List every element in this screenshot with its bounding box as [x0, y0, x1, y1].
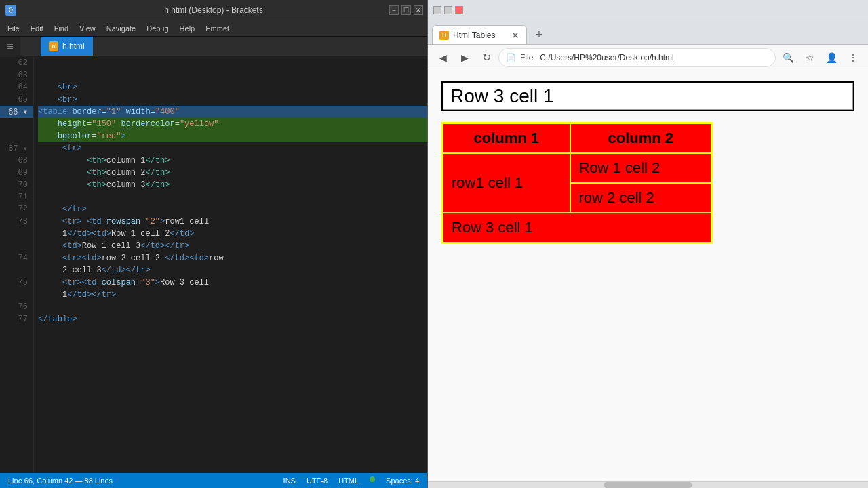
zoom-button[interactable]: 🔍: [778, 48, 797, 67]
status-position: Line 66, Column 42 — 88 Lines: [8, 476, 113, 485]
code-line-68: <th>column 1</th>: [38, 155, 427, 167]
file-label: File: [520, 53, 533, 62]
status-encoding: UTF-8: [307, 476, 328, 485]
line-num-63: 63: [0, 69, 33, 81]
code-line-73c: <td>Row 1 cell 3</td></tr>: [38, 240, 427, 252]
browser-minimize[interactable]: [433, 6, 441, 14]
tab-label: h.html: [62, 41, 85, 51]
line-num-74b: [0, 264, 33, 277]
table-cell-row1-col2: Row 1 cell 2: [570, 153, 712, 183]
close-button[interactable]: ✕: [414, 5, 423, 15]
prev-row3-cell: Row 3 cell 1: [443, 83, 853, 110]
browser-nav-actions: 🔍 ☆ 👤 ⋮: [778, 48, 863, 67]
editor-window-controls[interactable]: – ☐ ✕: [389, 5, 423, 15]
code-line-70: <th>column 3</th>: [38, 179, 427, 191]
tab-file-icon: h: [49, 41, 58, 51]
menu-help[interactable]: Help: [175, 23, 200, 34]
table-cell-row2-col2: row 2 cell 2: [570, 183, 712, 213]
line-num-75b: [0, 289, 33, 301]
line-num-73c: [0, 240, 33, 252]
browser-menu-button[interactable]: ⋮: [844, 48, 863, 67]
table-header-col1: column 1: [443, 123, 570, 154]
code-line-73: <tr> <td rowspan="2">row1 cell: [38, 216, 427, 228]
sidebar-toggle[interactable]: ≡: [0, 37, 20, 57]
browser-scrollbar[interactable]: [428, 481, 868, 488]
brackets-logo: 〈〉: [5, 5, 16, 16]
table-row-1: row1 cell 1 Row 1 cell 2: [443, 153, 712, 183]
code-line-66: <table border="1" width="400": [38, 106, 427, 118]
menu-edit[interactable]: Edit: [26, 23, 48, 34]
table-cell-row1-col1: row1 cell 1: [443, 153, 570, 213]
browser-tab-close[interactable]: ✕: [511, 30, 519, 41]
code-line-77: </table>: [38, 313, 427, 325]
menu-find[interactable]: Find: [50, 23, 73, 34]
line-num-69: 69: [0, 167, 33, 179]
status-indicator: [370, 476, 375, 482]
reload-button[interactable]: ↻: [477, 48, 496, 67]
line-num-77: 77: [0, 313, 33, 325]
menu-file[interactable]: File: [3, 23, 24, 34]
menu-view[interactable]: View: [75, 23, 100, 34]
code-line-76: [38, 301, 427, 313]
browser-tab-htmltables[interactable]: H Html Tables ✕: [432, 25, 527, 44]
scrollbar-thumb[interactable]: [604, 482, 692, 488]
minimize-button[interactable]: –: [389, 5, 399, 15]
maximize-button[interactable]: ☐: [401, 5, 411, 15]
address-bar[interactable]: 📄 File C:/Users/HP%20user/Desktop/h.html: [498, 48, 776, 67]
code-line-74b: 2 cell 3</td></tr>: [38, 264, 427, 277]
prev-row3-text: Row 3 cell 1: [450, 85, 554, 107]
status-mode: HTML: [338, 476, 359, 485]
menu-emmet[interactable]: Emmet: [201, 23, 234, 34]
code-line-63: [38, 69, 427, 81]
new-tab-button[interactable]: +: [530, 25, 549, 44]
editor-code-area[interactable]: 62 63 64 65 66 ▾ 67 ▾ 68 69 70 71 72 73 …: [0, 57, 427, 473]
editor-menubar: File Edit Find View Navigate Debug Help …: [0, 20, 427, 37]
editor-statusbar: Line 66, Column 42 — 88 Lines INS UTF-8 …: [0, 473, 427, 488]
table-cell-row3: Row 3 cell 1: [443, 213, 712, 243]
line-num-75: 75: [0, 277, 33, 289]
code-line-67: <tr>: [38, 142, 427, 155]
editor-panel: 〈〉 h.html (Desktop) - Brackets – ☐ ✕ Fil…: [0, 0, 427, 488]
browser-panel: H Html Tables ✕ + ◀ ▶ ↻ 📄 File C:/Users/…: [427, 0, 868, 488]
line-num-66b: [0, 118, 33, 130]
code-line-71: [38, 191, 427, 203]
line-num-72: 72: [0, 203, 33, 216]
profile-button[interactable]: 👤: [822, 48, 841, 67]
menu-navigate[interactable]: Navigate: [102, 23, 140, 34]
status-ins: INS: [283, 476, 296, 485]
line-num-71: 71: [0, 191, 33, 203]
line-num-76: 76: [0, 301, 33, 313]
address-text: C:/Users/HP%20user/Desktop/h.html: [540, 53, 768, 62]
table-header-col2: column 2: [570, 123, 712, 154]
code-content[interactable]: <br> <br> <table border="1" width="400" …: [34, 57, 427, 473]
table-row-3: Row 3 cell 1: [443, 213, 712, 243]
editor-tab-hhtml[interactable]: h h.html: [41, 37, 93, 56]
code-line-65: <br>: [38, 94, 427, 106]
browser-content: Row 3 cell 1 column 1 column 2 row1 cell…: [428, 70, 868, 481]
browser-tab-icon: H: [439, 30, 449, 40]
line-num-73: 73: [0, 216, 33, 228]
bookmark-button[interactable]: ☆: [800, 48, 819, 67]
statusbar-right: INS UTF-8 HTML Spaces: 4: [283, 476, 419, 485]
menu-debug[interactable]: Debug: [142, 23, 173, 34]
prev-table: Row 3 cell 1: [441, 81, 854, 111]
editor-title: h.html (Desktop) - Brackets: [164, 5, 262, 15]
line-num-66: 66 ▾: [0, 106, 33, 118]
code-line-64: <br>: [38, 81, 427, 94]
line-numbers: 62 63 64 65 66 ▾ 67 ▾ 68 69 70 71 72 73 …: [0, 57, 34, 473]
browser-maximize[interactable]: [444, 6, 452, 14]
code-line-75b: 1</td></tr>: [38, 289, 427, 301]
code-line-74: <tr><td>row 2 cell 2 </td><td>row: [38, 252, 427, 264]
back-button[interactable]: ◀: [433, 48, 452, 67]
browser-titlebar: [428, 0, 868, 20]
line-num-74: 74: [0, 252, 33, 264]
editor-tabbar: ≡ h h.html: [0, 37, 427, 57]
browser-tabbar: H Html Tables ✕ +: [428, 20, 868, 45]
html-table: column 1 column 2 row1 cell 1 Row 1 cell…: [441, 122, 713, 244]
preview-area: Row 3 cell 1 column 1 column 2 row1 cell…: [441, 81, 854, 244]
line-num-68: 68: [0, 155, 33, 167]
status-spaces: Spaces: 4: [386, 476, 419, 485]
code-line-66b: height="150" bordercolor="yellow": [38, 118, 427, 130]
forward-button[interactable]: ▶: [455, 48, 474, 67]
browser-close[interactable]: [455, 6, 463, 14]
